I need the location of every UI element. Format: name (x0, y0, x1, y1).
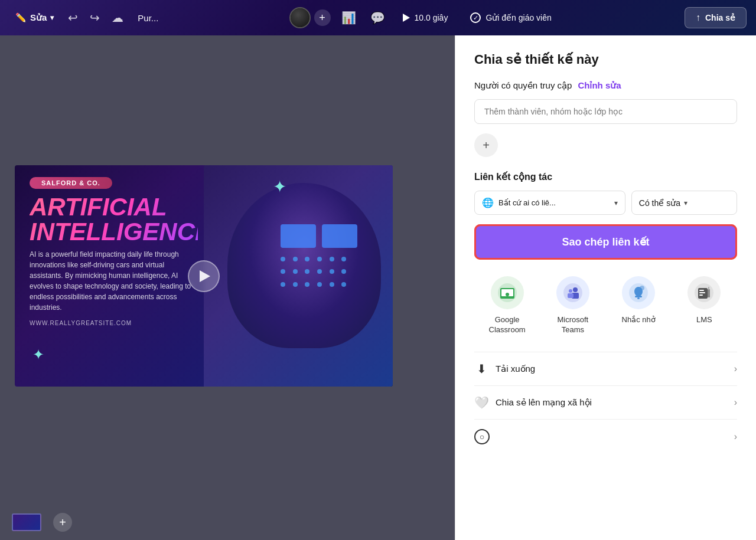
send-teacher-button[interactable]: ✓ Gửi đến giáo viên (462, 9, 559, 27)
play-button[interactable]: 10.0 giây (396, 9, 455, 26)
more-action-left: ○ (474, 429, 490, 444)
slide-website: WWW.REALLYGREATSITE.COM (30, 320, 198, 326)
social-share-label: Chia sẻ lên mạng xã hội (496, 397, 592, 408)
social-share-action-left: 🤍 Chia sẻ lên mạng xã hội (474, 395, 592, 410)
nhac-nho-label: Nhắc nhở (622, 315, 656, 325)
svg-rect-18 (699, 292, 705, 293)
side-panel: Chia sẻ thiết kế này Người có quyền truy… (455, 35, 756, 540)
svg-rect-19 (699, 294, 703, 296)
stats-icon-button[interactable]: 📊 (338, 7, 360, 28)
share-label: Chia sẻ (705, 13, 735, 22)
edit-label: Sửa (30, 12, 47, 23)
lms-icon (687, 276, 721, 309)
download-label: Tải xuống (496, 364, 535, 374)
slide-body: AI is a powerful field impacting daily l… (30, 249, 198, 313)
globe-icon: 🌐 (482, 197, 494, 208)
social-share-action-row[interactable]: 🤍 Chia sẻ lên mạng xã hội › (474, 385, 737, 419)
svg-point-3 (506, 293, 509, 296)
more-action-row[interactable]: ○ › (474, 419, 737, 454)
svg-rect-9 (568, 293, 573, 298)
nhac-nho-icon (622, 276, 655, 309)
access-row: Người có quyền truy cập Chỉnh sửa (474, 80, 737, 91)
svg-rect-4 (506, 296, 509, 298)
avatar-image (291, 8, 309, 28)
svg-rect-17 (699, 290, 704, 291)
cloud-button[interactable]: ☁ (108, 7, 127, 28)
collab-section-title: Liên kết cộng tác (474, 171, 737, 182)
share-icon: ↑ (696, 12, 700, 23)
microsoft-teams-icon (556, 276, 589, 309)
add-member-button[interactable]: + (474, 133, 498, 157)
robot-eye-left (281, 224, 316, 248)
svg-point-6 (573, 287, 578, 292)
comment-button[interactable]: 💬 (367, 7, 389, 28)
link-access-dropdown[interactable]: 🌐 Bất cứ ai có liê... ▾ (474, 191, 625, 215)
slide-play-overlay[interactable] (188, 260, 220, 292)
project-name[interactable]: Pur... (132, 9, 164, 27)
permission-dropdown[interactable]: Có thể sửa ▾ (631, 191, 737, 215)
access-label: Người có quyền truy cập (474, 80, 572, 91)
add-page-button[interactable]: + (53, 513, 72, 532)
play-triangle-icon (403, 14, 410, 22)
share-option-nhac-nho[interactable]: Nhắc nhở (606, 276, 672, 335)
google-classroom-label: GoogleClassroom (489, 315, 526, 335)
slide[interactable]: ✦ SALFORD & CO. ARTIFICIALINTELLIGENCE A… (15, 165, 393, 387)
add-collaborator-button[interactable]: + (314, 9, 331, 26)
link-option-text: Bất cứ ai có liê... (498, 198, 610, 207)
toolbar-left: ✏️ Sửa ▾ ↩ ↪ ☁ Pur... (9, 7, 164, 28)
svg-point-8 (569, 289, 572, 293)
chevron-down-icon: ▾ (50, 14, 54, 22)
collab-link-row: 🌐 Bất cứ ai có liê... ▾ Có thể sửa ▾ (474, 191, 737, 215)
robot-dots (281, 257, 351, 292)
share-option-microsoft-teams[interactable]: MicrosoftTeams (540, 276, 605, 335)
slide-container: ✦ SALFORD & CO. ARTIFICIALINTELLIGENCE A… (15, 165, 393, 387)
download-chevron-icon: › (734, 364, 737, 374)
social-share-chevron-icon: › (734, 397, 737, 408)
download-action-row[interactable]: ⬇ Tải xuống › (474, 352, 737, 385)
edit-access-link[interactable]: Chỉnh sửa (578, 80, 621, 91)
copy-link-button[interactable]: Sao chép liên kết (474, 224, 737, 260)
more-chevron-icon: › (734, 431, 737, 442)
star-spark-icon: ✦ (273, 177, 286, 197)
star-spark-2-icon: ✦ (32, 346, 44, 363)
svg-point-14 (640, 286, 644, 290)
page-thumbnail[interactable] (12, 513, 41, 531)
permission-chevron: ▾ (684, 199, 687, 207)
redo-button[interactable]: ↪ (86, 7, 103, 28)
toolbar-center: + 📊 💬 10.0 giây ✓ Gửi đến giáo viên (169, 7, 680, 28)
panel-title: Chia sẻ thiết kế này (474, 52, 737, 67)
undo-button[interactable]: ↩ (64, 7, 82, 28)
share-option-google-classroom[interactable]: GoogleClassroom (474, 276, 540, 335)
slide-robot-image: ✦ (204, 165, 393, 387)
google-classroom-icon (491, 276, 524, 309)
more-icon: ○ (474, 429, 490, 444)
svg-rect-20 (708, 289, 710, 297)
pencil-icon: ✏️ (15, 12, 27, 23)
share-option-lms[interactable]: LMS (672, 276, 737, 335)
play-triangle-overlay-icon (200, 270, 210, 282)
avatar-button[interactable] (289, 7, 311, 28)
svg-rect-21 (708, 287, 709, 290)
main-area: ✦ SALFORD & CO. ARTIFICIALINTELLIGENCE A… (0, 35, 756, 540)
slide-brand: SALFORD & CO. (30, 177, 112, 189)
permission-text: Có thể sửa (639, 198, 680, 208)
heart-icon: 🤍 (474, 395, 488, 410)
toolbar-right: ↑ Chia sẻ (685, 7, 747, 28)
bottom-bar: + (0, 505, 455, 540)
member-search-input[interactable] (474, 99, 737, 124)
send-teacher-label: Gửi đến giáo viên (485, 13, 551, 22)
robot-eye-right (322, 224, 357, 248)
slide-title: ARTIFICIALINTELLIGENCE (30, 195, 198, 244)
edit-button[interactable]: ✏️ Sửa ▾ (9, 9, 60, 27)
copy-link-label: Sao chép liên kết (562, 236, 649, 248)
download-action-left: ⬇ Tải xuống (474, 362, 535, 376)
toolbar: ✏️ Sửa ▾ ↩ ↪ ☁ Pur... + 📊 💬 10.0 giây ✓ … (0, 0, 756, 35)
download-icon: ⬇ (474, 362, 488, 376)
lms-label: LMS (696, 315, 712, 325)
svg-rect-12 (635, 296, 642, 297)
check-circle-icon: ✓ (470, 12, 481, 23)
share-button[interactable]: ↑ Chia sẻ (685, 7, 747, 28)
share-options-row: GoogleClassroom MicrosoftTeams Nhắc nhở (474, 276, 737, 335)
play-duration-label: 10.0 giây (415, 13, 448, 22)
link-dropdown-chevron: ▾ (614, 199, 618, 207)
